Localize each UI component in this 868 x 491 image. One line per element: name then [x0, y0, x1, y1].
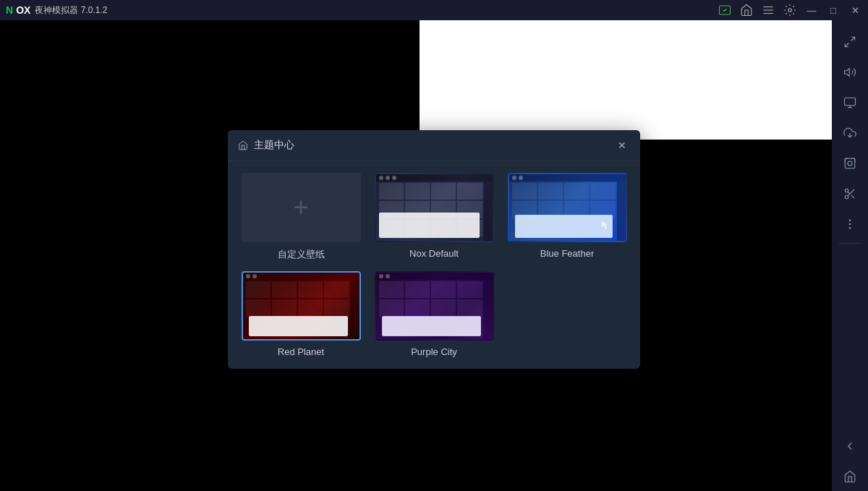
svg-point-18 — [845, 195, 848, 199]
theme-thumb-red-planet[interactable] — [242, 271, 361, 341]
theme-dialog-body: + 自定义壁纸 — [228, 161, 640, 369]
svg-line-5 — [845, 43, 848, 47]
thumb-ui-purple — [376, 273, 493, 339]
more-btn[interactable] — [835, 210, 864, 239]
volume-btn[interactable] — [835, 58, 864, 87]
theme-item-red-planet[interactable]: Red Planet — [239, 271, 362, 357]
theme-item-blue-feather[interactable]: Blue Feather — [506, 173, 629, 261]
message-icon-btn[interactable] — [715, 0, 735, 20]
svg-point-17 — [845, 189, 848, 192]
title-bar-left: NOX 夜神模拟器 7.0.1.2 — [0, 4, 107, 17]
cut-btn[interactable] — [835, 179, 864, 208]
right-sidebar — [832, 20, 868, 491]
theme-icon — [238, 140, 248, 150]
svg-line-20 — [851, 195, 854, 198]
app-logo: NOX — [6, 4, 30, 16]
theme-dialog-header: 主题中心 ✕ — [228, 130, 640, 161]
theme-item-nox-default[interactable]: Nox Default — [373, 173, 495, 261]
theme-dialog: 主题中心 ✕ + 自定义壁纸 — [228, 130, 640, 369]
theme-label-red-planet: Red Planet — [278, 346, 324, 357]
theme-item-purple-city[interactable]: Purple City — [373, 271, 495, 357]
cursor-icon — [601, 221, 610, 231]
svg-rect-11 — [845, 158, 855, 168]
theme-label-blue-feather: Blue Feather — [540, 248, 594, 259]
svg-line-21 — [848, 192, 850, 194]
theme-label-purple-city: Purple City — [411, 346, 457, 357]
thumb-ui-red — [243, 273, 359, 339]
maximize-button[interactable]: □ — [823, 0, 843, 20]
theme-thumb-purple-city[interactable] — [375, 271, 494, 341]
svg-marker-6 — [845, 69, 850, 77]
theme-item-custom[interactable]: + 自定义壁纸 — [239, 173, 362, 261]
theme-thumb-nox-default[interactable] — [375, 173, 494, 242]
theme-label-nox-default: Nox Default — [409, 248, 459, 259]
home-icon-btn[interactable] — [736, 0, 757, 20]
import-btn[interactable] — [835, 119, 864, 148]
sidebar-divider — [839, 243, 861, 244]
theme-thumb-blue-feather[interactable] — [508, 173, 627, 242]
thumb-ui-blue — [509, 174, 626, 241]
thumb-ui-nox — [376, 174, 493, 241]
theme-thumb-custom[interactable]: + — [242, 173, 361, 242]
svg-point-23 — [849, 223, 851, 225]
close-button[interactable]: ✕ — [845, 0, 865, 20]
svg-point-24 — [849, 228, 851, 229]
svg-line-4 — [851, 37, 855, 40]
display-btn[interactable] — [835, 88, 864, 117]
svg-point-12 — [848, 161, 852, 166]
white-content-panel — [420, 20, 832, 140]
hamburger-icon-btn[interactable] — [758, 0, 778, 20]
theme-dialog-title-row: 主题中心 — [238, 139, 294, 152]
settings-icon-btn[interactable] — [780, 0, 800, 20]
red-thumb-window — [249, 316, 348, 336]
purple-thumb-window — [382, 316, 481, 336]
title-bar: NOX 夜神模拟器 7.0.1.2 — □ ✕ — [0, 0, 868, 20]
back-btn[interactable] — [835, 432, 864, 461]
svg-point-22 — [849, 220, 851, 221]
svg-rect-7 — [845, 98, 856, 106]
minimize-button[interactable]: — — [801, 0, 822, 20]
theme-dialog-close-btn[interactable]: ✕ — [614, 137, 630, 153]
window-controls: — □ ✕ — [715, 0, 868, 20]
home-btn[interactable] — [835, 462, 864, 491]
screenshot-btn[interactable] — [835, 149, 864, 178]
theme-dialog-title: 主题中心 — [254, 139, 294, 152]
plus-icon: + — [293, 195, 308, 221]
app-title: 夜神模拟器 7.0.1.2 — [35, 4, 107, 17]
theme-label-custom: 自定义壁纸 — [278, 248, 325, 261]
fullscreen-btn[interactable] — [835, 27, 864, 56]
svg-point-3 — [788, 9, 792, 12]
